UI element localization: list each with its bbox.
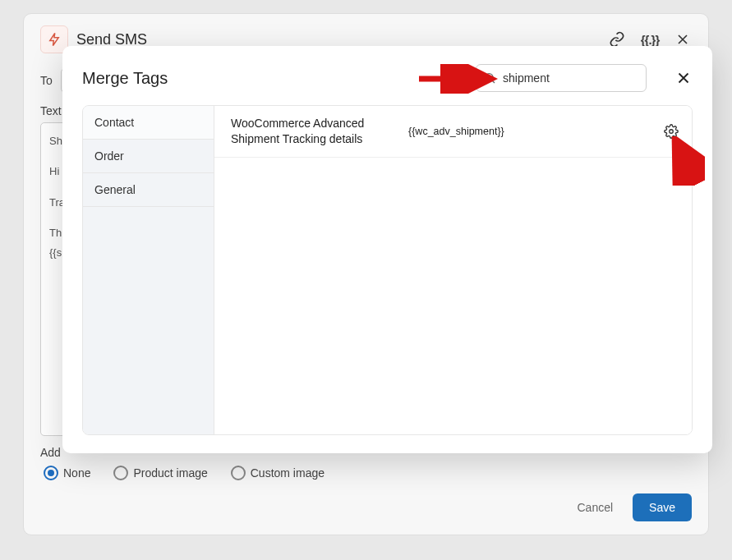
result-name: WooCommerce Advanced Shipment Tracking d… — [231, 116, 395, 147]
sidebar: Contact Order General — [83, 106, 214, 434]
svg-point-1 — [670, 130, 674, 134]
footer-buttons: Cancel Save — [40, 480, 692, 521]
gear-icon[interactable] — [664, 124, 679, 139]
search-icon — [483, 71, 496, 85]
save-button[interactable]: Save — [633, 493, 692, 521]
sidebar-item-general[interactable]: General — [83, 173, 214, 207]
result-token: {{wc_adv_shipment}} — [408, 126, 651, 137]
radio-product-image[interactable]: Product image — [113, 466, 207, 480]
radio-label: None — [63, 466, 90, 480]
radio-none[interactable]: None — [44, 466, 90, 480]
bolt-icon — [47, 32, 62, 47]
modal-title: Merge Tags — [82, 69, 168, 88]
radio-icon — [113, 466, 128, 480]
radio-label: Custom image — [251, 466, 325, 480]
merge-tags-modal: Merge Tags Contact Order General WooComm… — [62, 46, 712, 453]
cancel-button[interactable]: Cancel — [572, 494, 618, 521]
radio-icon — [231, 466, 246, 480]
attachment-radio-group: None Product image Custom image — [40, 466, 692, 480]
radio-label: Product image — [133, 466, 207, 480]
result-row[interactable]: WooCommerce Advanced Shipment Tracking d… — [214, 106, 692, 158]
svg-point-0 — [486, 74, 493, 81]
close-modal-icon[interactable] — [674, 69, 693, 87]
search-wrap — [476, 64, 647, 92]
radio-custom-image[interactable]: Custom image — [231, 466, 325, 480]
results-list: WooCommerce Advanced Shipment Tracking d… — [214, 106, 692, 434]
modal-body: Contact Order General WooCommerce Advanc… — [82, 105, 693, 435]
search-input[interactable] — [476, 64, 647, 92]
modal-header: Merge Tags — [82, 64, 693, 92]
to-label: To — [40, 74, 53, 87]
radio-icon — [44, 466, 58, 480]
sidebar-item-order[interactable]: Order — [83, 140, 214, 173]
sidebar-item-contact[interactable]: Contact — [83, 106, 214, 140]
